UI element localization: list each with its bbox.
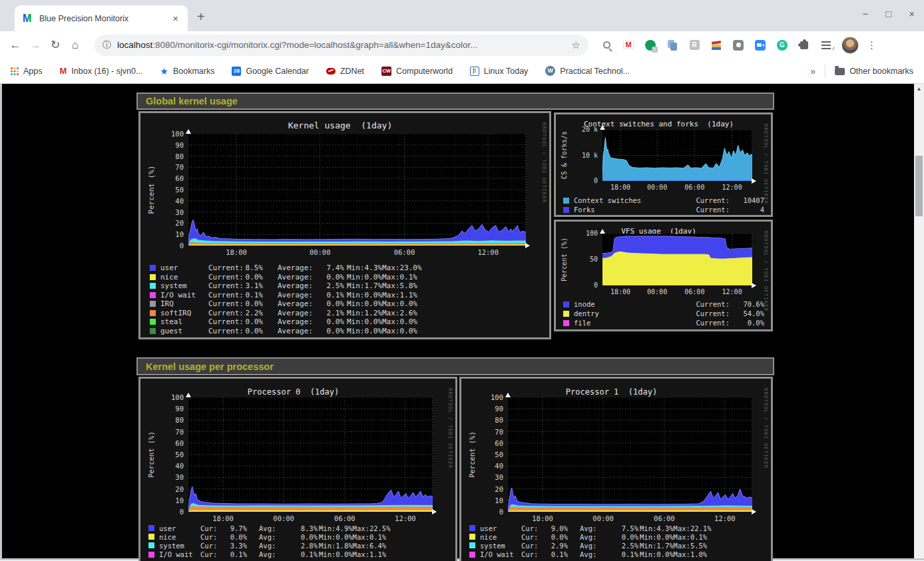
hangouts-extension-icon[interactable]: ?: [644, 39, 656, 51]
bookmark-bookmarks[interactable]: ★Bookmarks: [160, 66, 214, 77]
camera-extension-icon[interactable]: [732, 39, 744, 51]
legend-stat: Min:1.7%: [347, 281, 382, 290]
tab-strip: M M Blue Precision Monitorix × + − □ ×: [0, 0, 924, 31]
other-bookmarks-button[interactable]: Other bookmarks: [835, 67, 913, 76]
context-switches-chart-panel[interactable]: Context switches and forks (1day) CS & f…: [554, 112, 773, 217]
legend-row: niceCurrent:0.0%Average:0.0%Min:0.0%Max:…: [150, 273, 544, 282]
y-tick-label: 0: [556, 281, 598, 289]
legend-stat: Max:0.0%: [382, 327, 417, 335]
legend-series-name: I/O wait: [160, 291, 208, 299]
profile-avatar[interactable]: [841, 37, 859, 54]
legend-stat: Max:22.1%: [674, 524, 712, 532]
legend-swatch: [469, 552, 475, 558]
bookmark-star-icon[interactable]: ☆: [572, 39, 580, 51]
search-icon[interactable]: [600, 39, 612, 51]
browser-menu-icon[interactable]: ⋮: [867, 39, 877, 51]
extensions-puzzle-icon[interactable]: [798, 39, 810, 51]
y-tick-label: 70: [461, 428, 503, 436]
new-tab-button[interactable]: +: [197, 9, 205, 25]
x-tick-label: 12:00: [718, 288, 747, 295]
scrollbar-thumb[interactable]: [915, 156, 923, 216]
reload-button[interactable]: ↻: [45, 35, 65, 55]
chart-plot-area: [188, 397, 433, 512]
chart-legend: Context switchesCurrent:10407ForksCurren…: [563, 196, 764, 214]
site-info-icon[interactable]: ⓘ: [103, 39, 111, 51]
y-axis-arrow: [600, 125, 605, 130]
legend-series-name: I/O wait: [159, 550, 200, 558]
scrollbar-up-icon[interactable]: ▲: [914, 84, 924, 94]
legend-stat: Avg:8.3%: [259, 524, 319, 532]
chart-title: Kernel usage (1day): [140, 120, 540, 130]
gmail-extension-icon[interactable]: M: [622, 39, 634, 51]
legend-stat: Min:0.0%: [347, 299, 382, 308]
legend-row: stealCurrent:0.0%Average:0.0%Min:0.0%Max…: [150, 317, 544, 327]
bookmark-practical-technology[interactable]: WPractical Technol...: [545, 66, 630, 76]
minimize-button[interactable]: −: [862, 8, 868, 19]
bookmarks-divider: [825, 65, 825, 78]
processor-0-chart-panel[interactable]: Processor 0 (1day) Percent (%) RRDTOOL /…: [138, 377, 457, 561]
legend-stat: Avg:0.1%: [580, 550, 640, 558]
y-axis-arrow: [186, 129, 191, 134]
address-bar[interactable]: ⓘ localhost:8080/monitorix-cgi/monitorix…: [95, 35, 588, 56]
library-extension-icon[interactable]: [710, 39, 722, 51]
processor-1-chart-panel[interactable]: Processor 1 (1day) Percent (%) RRDTOOL /…: [459, 377, 773, 561]
legend-row: I/O waitCur:0.1%Avg:0.1%Min:0.0%Max:1.0%: [469, 550, 766, 559]
back-button[interactable]: ←: [5, 35, 25, 55]
bookmark-zdnet[interactable]: ZDNet: [326, 67, 364, 76]
browser-toolbar: ← → ↻ ⌂ ⓘ localhost:8080/monitorix-cgi/m…: [0, 31, 924, 59]
legend-stat: Avg:7.5%: [580, 524, 640, 532]
chart-legend: userCur:9.7%Avg:8.3%Min:4.9%Max:22.5%nic…: [148, 524, 450, 559]
bookmarks-overflow-icon[interactable]: »: [810, 66, 815, 77]
legend-stat: Cur:0.1%: [521, 550, 580, 558]
legend-stat: Current:70.6%: [696, 300, 764, 308]
page-content: Global kernel usage Kernel usage (1day) …: [0, 84, 924, 560]
close-window-button[interactable]: ×: [909, 8, 915, 19]
home-button[interactable]: ⌂: [65, 35, 85, 55]
bookmark-google-calendar[interactable]: 28Google Calendar: [232, 67, 309, 76]
legend-row: userCurrent:8.5%Average:7.4%Min:4.3%Max:…: [150, 264, 544, 273]
r-extension-icon[interactable]: R: [688, 39, 700, 51]
legend-row: I/O waitCurrent:0.1%Average:0.1%Min:0.0%…: [150, 291, 544, 300]
kernel-usage-chart-panel[interactable]: Kernel usage (1day) Percent (%) RRDTOOL …: [138, 111, 551, 339]
x-tick-label: 00:00: [269, 514, 298, 522]
close-tab-icon[interactable]: ×: [170, 13, 181, 24]
grammarly-extension-icon[interactable]: G: [776, 39, 788, 51]
y-tick-label: 50: [556, 256, 598, 263]
legend-row: fileCurrent:0.0%: [563, 318, 764, 327]
y-tick-label: 0: [461, 508, 503, 516]
bookmark-inbox[interactable]: MInbox (16) - sjvn0...: [60, 66, 143, 76]
bookmark-computerworld[interactable]: CWComputerworld: [381, 67, 453, 76]
x-tick-label: 06:00: [330, 514, 359, 522]
legend-stat: Max:23.0%: [382, 264, 422, 272]
bookmark-linux-today[interactable]: |tLinux Today: [470, 67, 529, 76]
vfs-usage-chart-panel[interactable]: VFS usage (1day) Percent (%) RRDTOOL / T…: [554, 220, 773, 331]
page-scrollbar[interactable]: ▲: [914, 84, 924, 558]
zoom-extension-icon[interactable]: [754, 39, 766, 51]
x-tick-label: 06:00: [680, 288, 709, 295]
playlist-extension-icon[interactable]: [820, 39, 832, 51]
legend-row: niceCur:0.0%Avg:0.0%Min:0.0%Max:0.1%: [148, 532, 450, 541]
legend-stat: Average:0.0%: [278, 299, 347, 308]
legend-stat: Average:2.5%: [278, 281, 347, 290]
chart-plot-area: [508, 397, 752, 512]
forward-button[interactable]: →: [25, 35, 45, 55]
legend-row: systemCur:3.3%Avg:2.8%Min:1.8%Max:6.4%: [148, 541, 450, 550]
x-tick-label: 06:00: [389, 248, 419, 256]
chart-plot-area: [602, 130, 752, 181]
legend-swatch: [150, 319, 156, 325]
apps-grid-icon: [11, 67, 19, 75]
legend-series-name: IRQ: [160, 299, 208, 308]
y-tick-label: 90: [140, 405, 184, 413]
legend-swatch: [469, 525, 475, 531]
bookmark-apps[interactable]: Apps: [11, 67, 43, 76]
copy-pages-extension-icon[interactable]: [666, 39, 678, 51]
browser-tab[interactable]: M M Blue Precision Monitorix ×: [15, 5, 188, 31]
legend-stat: Max:22.5%: [353, 524, 391, 532]
legend-stat: Min:4.3%: [640, 524, 674, 532]
legend-swatch: [150, 274, 156, 280]
maximize-button[interactable]: □: [885, 8, 891, 19]
y-tick-label: 0: [556, 177, 598, 184]
legend-stat: Max:2.6%: [382, 309, 417, 317]
legend-row: systemCurrent:3.1%Average:2.5%Min:1.7%Ma…: [150, 281, 544, 291]
legend-stat: Current:0.0%: [208, 273, 278, 281]
